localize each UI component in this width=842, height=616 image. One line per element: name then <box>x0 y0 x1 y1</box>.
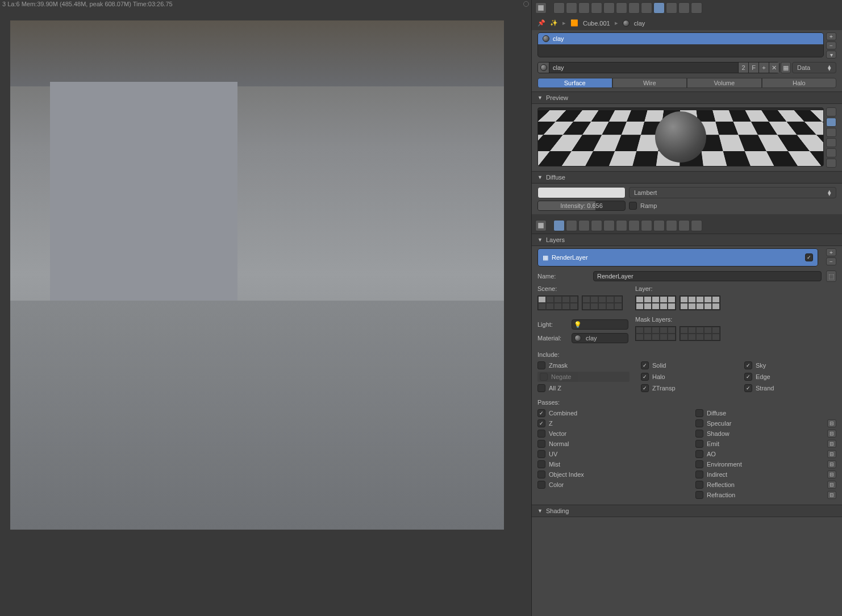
environment-exclude-button[interactable]: ⊟ <box>827 460 836 468</box>
refraction-exclude-button[interactable]: ⊟ <box>827 491 836 499</box>
constraints-tab-icon[interactable] <box>616 2 627 14</box>
scene-tab-icon[interactable] <box>578 220 590 231</box>
preview-cube-button[interactable] <box>826 128 836 137</box>
solid-checkbox[interactable] <box>641 361 649 369</box>
diffuse-pass-checkbox[interactable] <box>695 409 703 417</box>
render-layer-list[interactable]: ▦ RenderLayer <box>537 248 818 267</box>
unlink-button[interactable]: ✕ <box>769 63 779 73</box>
preview-world-button[interactable] <box>826 159 836 168</box>
edge-checkbox[interactable] <box>744 373 752 381</box>
scene-tab-icon[interactable] <box>578 2 590 14</box>
texture-tab-icon[interactable] <box>666 220 677 231</box>
preview-flat-button[interactable] <box>826 107 836 116</box>
render-tab-icon[interactable] <box>553 220 565 231</box>
diffuse-section-header[interactable]: ▼ Diffuse <box>532 171 842 184</box>
editor-type-icon[interactable] <box>535 2 547 14</box>
zmask-checkbox[interactable] <box>537 361 545 369</box>
preview-monkey-button[interactable] <box>826 138 836 147</box>
preview-sphere-button[interactable] <box>826 118 836 127</box>
material-list[interactable]: clay <box>537 32 824 57</box>
material-tab-icon[interactable] <box>653 220 665 231</box>
editor-type-icon[interactable] <box>535 220 547 231</box>
add-slot-button[interactable]: + <box>826 32 836 40</box>
environment-checkbox[interactable] <box>695 460 703 468</box>
render-layer-grid[interactable] <box>635 295 836 310</box>
physics-tab-icon[interactable] <box>691 2 702 14</box>
render-viewport[interactable] <box>10 20 504 530</box>
render-tab-icon[interactable] <box>553 2 565 14</box>
remove-layer-button[interactable]: − <box>826 257 836 265</box>
breadcrumb-material[interactable]: clay <box>634 20 645 27</box>
slot-specials-button[interactable]: ▾ <box>826 51 836 59</box>
data-tab-icon[interactable] <box>641 220 652 231</box>
preview-section-header[interactable]: ▼ Preview <box>532 91 842 104</box>
data-tab-icon[interactable] <box>641 2 652 14</box>
render-layers-tab-icon[interactable] <box>566 2 577 14</box>
link-mode-dropdown[interactable]: Data ▴▾ <box>792 62 836 73</box>
material-slot-item[interactable]: clay <box>538 33 823 44</box>
particles-tab-icon[interactable] <box>678 2 690 14</box>
breadcrumb-object[interactable]: Cube.001 <box>583 20 610 27</box>
specular-exclude-button[interactable]: ⊟ <box>827 419 836 427</box>
refraction-checkbox[interactable] <box>695 491 703 499</box>
emit-checkbox[interactable] <box>695 440 703 448</box>
preview-hair-button[interactable] <box>826 148 836 157</box>
node-toggle-button[interactable]: ▦ <box>781 62 791 73</box>
emit-exclude-button[interactable]: ⊟ <box>827 440 836 448</box>
ao-exclude-button[interactable]: ⊟ <box>827 450 836 458</box>
allz-checkbox[interactable] <box>537 384 545 392</box>
material-preview[interactable] <box>537 107 824 167</box>
combined-checkbox[interactable] <box>537 409 545 417</box>
strand-checkbox[interactable] <box>744 384 752 392</box>
color-checkbox[interactable] <box>537 481 545 489</box>
world-tab-icon[interactable] <box>591 2 602 14</box>
modifiers-tab-icon[interactable] <box>628 220 640 231</box>
remove-slot-button[interactable]: − <box>826 41 836 49</box>
fake-user-button[interactable]: F <box>748 63 758 73</box>
render-layer-item[interactable]: ▦ RenderLayer <box>538 249 818 266</box>
diffuse-intensity-slider[interactable]: Intensity: 0.656 <box>537 201 626 211</box>
texture-tab-icon[interactable] <box>666 2 677 14</box>
surface-tab[interactable]: Surface <box>537 78 612 88</box>
mask-layer-grid[interactable] <box>635 326 836 341</box>
object-tab-icon[interactable] <box>603 2 615 14</box>
scene-layer-grid[interactable] <box>537 295 628 310</box>
layers-section-header[interactable]: ▼ Layers <box>532 234 842 246</box>
ztransp-checkbox[interactable] <box>641 384 649 392</box>
modifiers-tab-icon[interactable] <box>628 2 640 14</box>
object-index-checkbox[interactable] <box>537 471 545 478</box>
indirect-checkbox[interactable] <box>695 471 703 478</box>
world-tab-icon[interactable] <box>591 220 602 231</box>
browse-material-icon[interactable] <box>538 63 549 73</box>
ao-checkbox[interactable] <box>695 450 703 458</box>
uv-checkbox[interactable] <box>537 450 545 458</box>
object-tab-icon[interactable] <box>603 220 615 231</box>
halo-checkbox[interactable] <box>641 373 649 381</box>
close-icon[interactable] <box>523 1 529 7</box>
mist-checkbox[interactable] <box>537 460 545 468</box>
shadow-checkbox[interactable] <box>695 430 703 438</box>
render-layer-enable-checkbox[interactable] <box>805 253 813 261</box>
context-icon[interactable]: ✨ <box>550 19 558 27</box>
diffuse-shader-dropdown[interactable]: Lambert ▴▾ <box>629 187 836 198</box>
diffuse-color-swatch[interactable] <box>537 187 626 198</box>
pin-icon[interactable]: 📌 <box>537 19 545 27</box>
shadow-exclude-button[interactable]: ⊟ <box>827 430 836 438</box>
normal-checkbox[interactable] <box>537 440 545 448</box>
specular-checkbox[interactable] <box>695 419 703 427</box>
layer-name-field[interactable] <box>593 271 822 281</box>
user-count[interactable]: 2 <box>738 63 748 73</box>
halo-tab[interactable]: Halo <box>762 78 837 88</box>
render-layers-tab-icon[interactable] <box>566 220 577 231</box>
volume-tab[interactable]: Volume <box>687 78 762 88</box>
wire-tab[interactable]: Wire <box>612 78 687 88</box>
ramp-checkbox[interactable] <box>629 202 637 210</box>
material-override-field[interactable]: clay <box>572 333 628 343</box>
physics-tab-icon[interactable] <box>691 220 702 231</box>
material-name-field[interactable] <box>549 63 738 73</box>
reflection-exclude-button[interactable]: ⊟ <box>827 481 836 489</box>
sky-checkbox[interactable] <box>744 361 752 369</box>
shading-section-header[interactable]: ▼ Shading <box>532 505 842 517</box>
add-new-button[interactable]: + <box>758 63 769 73</box>
reflection-checkbox[interactable] <box>695 481 703 489</box>
